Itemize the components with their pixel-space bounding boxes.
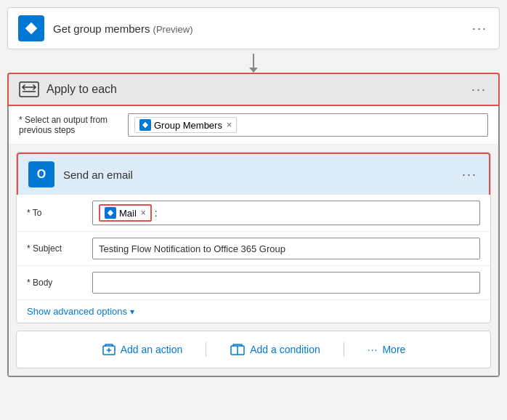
bottom-action-bar: Add an action Add a condition <box>16 331 491 368</box>
subject-label: * Subject <box>27 243 85 254</box>
mail-token-icon <box>105 207 116 219</box>
mail-token[interactable]: Mail × <box>99 204 152 222</box>
to-field[interactable]: Mail × : <box>92 201 480 225</box>
group-members-token-icon <box>139 119 151 131</box>
add-action-icon <box>102 343 116 356</box>
top-card-preview: (Preview) <box>153 24 193 35</box>
get-group-members-icon <box>18 15 44 41</box>
add-condition-button[interactable]: Add a condition <box>224 340 326 359</box>
advanced-options-row: Show advanced options ▾ <box>17 300 490 323</box>
show-advanced-options-link[interactable]: Show advanced options <box>27 306 127 317</box>
group-members-token-close[interactable]: × <box>227 120 232 130</box>
top-card-title-text: Get group members <box>53 23 150 35</box>
subject-row: * Subject <box>17 232 490 266</box>
more-button[interactable]: ··· More <box>362 341 412 358</box>
group-members-token[interactable]: Group Members × <box>134 117 237 133</box>
add-condition-icon <box>230 343 246 356</box>
select-output-field[interactable]: Group Members × <box>128 113 488 137</box>
arrow-connector <box>7 49 500 73</box>
chevron-down-icon: ▾ <box>130 307 134 317</box>
more-dots-icon: ··· <box>368 344 378 355</box>
subject-input[interactable] <box>92 238 480 259</box>
apply-each-header: Apply to each ··· <box>7 73 500 106</box>
add-action-label: Add an action <box>121 344 183 355</box>
arrow-down <box>253 54 254 68</box>
get-group-members-card: Get group members (Preview) ··· <box>7 7 500 49</box>
top-card-more-button[interactable]: ··· <box>468 18 492 39</box>
separator-2 <box>344 342 344 357</box>
outlook-icon: O <box>28 161 54 187</box>
group-members-token-text: Group Members <box>154 120 222 131</box>
svg-rect-1 <box>20 82 38 97</box>
separator-1 <box>206 342 206 357</box>
apply-each-title: Apply to each <box>46 83 117 96</box>
to-label: * To <box>27 208 85 218</box>
body-row: * Body <box>17 266 490 300</box>
add-action-button[interactable]: Add an action <box>96 340 189 359</box>
send-email-header: O Send an email ··· <box>17 153 490 195</box>
select-output-label: * Select an output from previous steps <box>19 115 121 135</box>
send-email-body: * To Mail × : <box>17 195 490 323</box>
add-condition-label: Add a condition <box>250 344 320 355</box>
to-row: * To Mail × : <box>17 195 490 232</box>
diamond-icon <box>23 20 39 36</box>
select-output-row: * Select an output from previous steps G… <box>9 106 498 145</box>
top-card-title: Get group members (Preview) <box>53 23 192 35</box>
to-cursor: : <box>155 207 158 219</box>
body-input[interactable] <box>92 272 480 294</box>
svg-marker-4 <box>142 122 148 128</box>
svg-marker-0 <box>25 23 38 35</box>
mail-token-text: Mail <box>119 208 137 219</box>
send-email-more-button[interactable]: ··· <box>458 164 482 185</box>
apply-each-wrapper: Apply to each ··· * Select an output fro… <box>7 73 500 377</box>
svg-marker-5 <box>108 210 113 216</box>
loop-icon <box>19 81 39 97</box>
more-label: More <box>382 344 405 355</box>
send-email-card: O Send an email ··· * To <box>16 152 491 323</box>
apply-each-body: O Send an email ··· * To <box>9 145 498 376</box>
apply-each-more-button[interactable]: ··· <box>467 79 491 100</box>
body-label: * Body <box>27 278 85 288</box>
mail-token-close[interactable]: × <box>141 208 146 218</box>
send-email-title: Send an email <box>63 169 133 181</box>
